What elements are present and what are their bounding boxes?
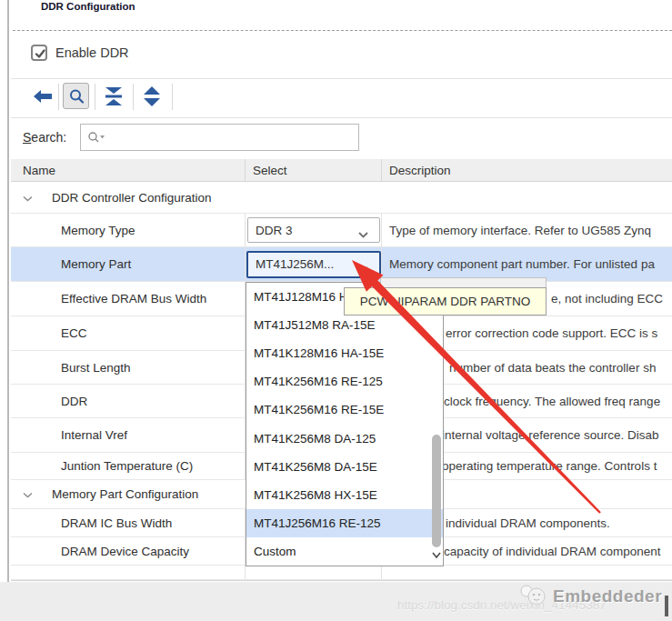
memory-type-combobox[interactable]: DDR 3 [247, 217, 380, 243]
row-select-cell: DDR 3 [246, 214, 382, 246]
chevron-down-icon [358, 227, 368, 241]
dropdown-scrollbar-thumb[interactable] [432, 435, 441, 547]
row-name-cell: Effective DRAM Bus Width [11, 282, 246, 316]
table-header: Name Select Description [11, 159, 672, 182]
enable-ddr-checkbox[interactable] [31, 45, 47, 61]
checkmark-icon [34, 47, 46, 60]
memory-part-combobox[interactable]: MT41J256M... [246, 251, 381, 278]
row-description-cell: Memory component part number. For unlist… [382, 247, 672, 281]
search-icon [68, 88, 85, 105]
column-header-name[interactable]: Name [11, 159, 246, 181]
dropdown-item[interactable]: MT41J256M16 RE-125 [246, 509, 443, 537]
toolbar-bottom-border [11, 117, 672, 118]
chevron-down-icon [358, 262, 368, 275]
row-name-label: DRAM Device Capacity [11, 545, 189, 558]
row-name-label: DDR [11, 395, 87, 408]
expand-all-button[interactable] [138, 83, 165, 109]
memory-part-dropdown-list: MT41J128M16 HMT41J512M8 RA-15EMT41K128M1… [246, 282, 444, 566]
row-empty-cell [246, 182, 672, 213]
dropdown-item[interactable]: MT41K256M8 DA-15E [246, 453, 443, 481]
dropdown-item[interactable]: MT41K256M16 RE-15E [246, 396, 443, 424]
ddr-configuration-panel: DDR Configuration Enable DDR [0, 0, 672, 621]
toolbar-separator [172, 84, 173, 110]
dropdown-item[interactable]: MT41K128M16 HA-15E [246, 339, 443, 367]
row-select-cell: MT41J256M... [246, 247, 382, 281]
collapse-chevron-icon[interactable] [23, 487, 33, 501]
column-header-description[interactable]: Description [382, 159, 672, 181]
table-row[interactable]: Memory PartMT41J256M...Memory component … [11, 247, 672, 282]
row-name-cell: Memory Type [11, 214, 246, 246]
row-description-cell: Type of memory interface. Refer to UG585… [382, 214, 672, 246]
back-button[interactable] [29, 83, 55, 109]
row-name-label: DRAM IC Bus Width [11, 516, 172, 530]
collapse-chevron-icon[interactable] [23, 191, 33, 205]
toolbar-separator [95, 84, 95, 110]
collapse-all-button[interactable] [100, 83, 126, 109]
toolbar-separator [58, 84, 59, 110]
table-row[interactable]: Memory TypeDDR 3Type of memory interface… [11, 214, 672, 247]
row-name-label: DDR Controller Configuration [11, 191, 212, 205]
row-name-cell: Burst Length [11, 351, 246, 384]
row-name-cell: Memory Part Configuration [11, 480, 246, 508]
table-row[interactable]: DDR Controller Configuration [11, 182, 672, 214]
row-name-cell: ECC [11, 316, 246, 350]
row-description-text: Memory component part number. For unlist… [382, 257, 655, 271]
row-name-cell: DDR Controller Configuration [11, 182, 246, 213]
dropdown-item[interactable]: Custom [246, 537, 443, 566]
parameter-tooltip: PCW UIPARAM DDR PARTNO [344, 287, 547, 316]
row-name-label: Effective DRAM Bus Width [11, 292, 206, 305]
expand-all-icon [141, 85, 163, 107]
dashed-divider [13, 30, 672, 31]
row-name-label: Memory Type [11, 224, 135, 237]
row-description-cell [382, 566, 672, 579]
search-field-icon [87, 131, 107, 144]
dropdown-scroll-down-icon[interactable] [431, 546, 442, 563]
toolbar-separator [133, 84, 134, 110]
back-icon [33, 89, 53, 104]
search-toggle-button[interactable] [63, 83, 89, 109]
watermark-brand: Embeddeder [553, 586, 662, 606]
search-field[interactable] [80, 124, 359, 151]
row-name-cell: Internal Vref [11, 418, 246, 452]
dropdown-item[interactable]: MT41K256M8 DA-125 [246, 424, 443, 452]
panel-left-border [7, 0, 9, 582]
row-name-label: Burst Length [11, 361, 131, 375]
row-name-label: Memory Part [11, 257, 131, 271]
row-name-label: ECC [11, 326, 87, 340]
dropdown-item[interactable]: MT41K256M16 RE-125 [246, 367, 443, 396]
combobox-value: MT41J256M... [256, 257, 334, 271]
row-name-label: Memory Part Configuration [11, 487, 198, 501]
footer-strip: https://blog.csdn.net/weixin_41445387 Em… [0, 582, 672, 621]
page-title: DDR Configuration [41, 1, 135, 12]
search-label-accel: S [23, 130, 31, 145]
row-name-cell: Memory Part [11, 247, 246, 281]
column-header-select[interactable]: Select [246, 159, 382, 181]
search-label: Search: [23, 130, 66, 145]
row-name-cell [11, 566, 246, 579]
dropdown-item[interactable]: MT41K256M8 HX-15E [246, 481, 443, 509]
row-name-cell: DDR [11, 385, 246, 417]
toolbar-top-border [11, 78, 672, 79]
enable-ddr-label: Enable DDR [55, 45, 129, 60]
footer-edge-bar [665, 596, 668, 616]
search-input[interactable] [107, 131, 358, 145]
row-name-label: Internal Vref [11, 428, 127, 442]
combobox-value: DDR 3 [256, 224, 293, 237]
table-bottom-border [11, 580, 672, 581]
table-row-partial [11, 566, 672, 580]
row-select-cell [246, 566, 382, 579]
row-name-cell: DRAM Device Capacity [11, 537, 246, 565]
search-label-rest: earch: [31, 130, 66, 145]
row-name-cell: Juntion Temperature (C) [11, 453, 246, 479]
row-name-cell: DRAM IC Bus Width [11, 509, 246, 536]
row-name-label: Juntion Temperature (C) [11, 459, 193, 473]
row-description-text: Type of memory interface. Refer to UG585… [382, 224, 651, 237]
collapse-all-icon [103, 85, 125, 107]
